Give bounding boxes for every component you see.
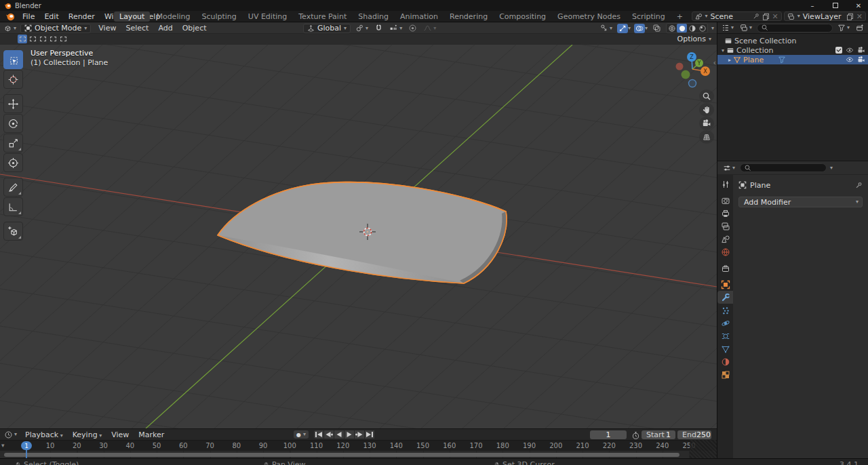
shading-solid-button[interactable] [677,24,687,33]
plane-expand-icon[interactable]: ▸ [728,57,731,63]
tool-transform-button[interactable] [3,153,23,172]
view-layer-selector[interactable]: ▾ ViewLayer ✕ [784,12,866,21]
object-visibility-dropdown[interactable]: ▾ [598,24,614,33]
properties-tab-physics[interactable] [717,317,733,329]
workspace-tab-rendering[interactable]: Rendering [444,12,493,22]
play-reverse-button[interactable] [334,430,344,439]
sidebar-collapse-arrow[interactable]: ‹ [713,58,716,67]
properties-tab-constraints[interactable] [717,329,733,342]
select-mode-extend[interactable] [28,35,37,43]
workspace-tab-sculpting[interactable]: Sculpting [196,12,241,22]
show-overlays-toggle[interactable]: ▾ [634,24,648,33]
view-layer-name[interactable]: ViewLayer [803,12,844,21]
scene-selector[interactable]: ▾ Scene ✕ [692,12,782,21]
properties-tab-collection[interactable] [717,262,733,275]
scene-browse-caret[interactable]: ▾ [705,14,708,19]
snap-toggle-button[interactable] [373,24,384,33]
xray-toggle[interactable] [651,24,663,33]
gizmo-axis-x-neg[interactable] [676,63,684,70]
gizmo-axis-y-neg[interactable] [682,70,690,79]
timeline-menu-keying[interactable]: Keying ▾ [68,430,107,440]
workspace-tab-modeling[interactable]: Modeling [151,12,195,22]
add-modifier-dropdown[interactable]: Add Modifier▾ [738,197,863,207]
workspace-tab-compositing[interactable]: Compositing [494,12,551,22]
timeline-editor-type-button[interactable]: ▾ [3,430,18,439]
workspace-tab-scripting[interactable]: Scripting [627,12,671,22]
menu-edit[interactable]: Edit [39,12,63,22]
tool-scale-button[interactable] [3,134,23,153]
menu-render[interactable]: Render [64,12,100,22]
zoom-button[interactable] [699,89,714,103]
pan-button[interactable] [699,103,714,117]
pivot-point-dropdown[interactable]: ▾ [354,24,370,33]
tool-measure-button[interactable] [3,197,23,216]
tool-select-box-button[interactable] [3,50,23,69]
outliner-filter-collection-button[interactable]: ▾ [738,23,753,33]
frame-start-field[interactable]: Start1 [642,430,675,439]
outliner-row-scene-collection[interactable]: Scene Collection [717,36,868,45]
frame-end-field[interactable]: End250 [677,430,711,439]
outliner-search-input[interactable] [757,24,833,33]
select-mode-set[interactable] [18,35,27,43]
transform-orientation-dropdown[interactable]: Global▾ [303,24,351,33]
timeline-menu-marker[interactable]: Marker [134,430,169,440]
properties-tab-scene[interactable] [717,232,733,245]
properties-tab-object[interactable] [717,278,733,291]
shading-wireframe-button[interactable] [667,24,677,33]
properties-tab-particles[interactable] [717,304,733,317]
blender-menu-icon[interactable] [5,12,15,21]
properties-tab-tool[interactable] [717,178,733,190]
collection-checkbox[interactable] [835,47,842,54]
auto-keying-button[interactable]: ●▾ [294,430,309,439]
orthographic-toggle-button[interactable] [699,130,714,144]
snap-settings-dropdown[interactable]: ▾ [388,24,403,33]
scene-name[interactable]: Scene [711,12,750,21]
mode-dropdown[interactable]: Object Mode▾ [20,24,91,33]
outliner-row-collection[interactable]: ▾ Collection [717,45,868,55]
properties-options-caret[interactable]: ▾ [830,165,833,171]
restore-button[interactable] [831,2,840,9]
properties-tab-render[interactable] [717,194,733,207]
new-scene-icon[interactable] [762,13,770,20]
delete-scene-icon[interactable]: ✕ [772,12,778,21]
tool-add-cube-button[interactable] [3,222,23,241]
select-mode-invert[interactable] [48,35,58,43]
jump-to-start-button[interactable] [314,430,323,439]
properties-tab-material[interactable] [717,355,733,368]
plane-object[interactable] [218,182,507,283]
camera-view-button[interactable] [699,117,714,130]
render-camera-icon[interactable] [857,46,865,54]
timeline-menu-playback[interactable]: Playback ▾ [20,430,68,440]
shading-dropdown-caret[interactable]: ▾ [711,26,714,31]
workspace-tab-geometry-nodes[interactable]: Geometry Nodes [552,12,626,22]
viewport-canvas[interactable]: User Perspective (1) Collection | Plane … [0,45,717,428]
eye-icon[interactable] [846,56,854,64]
render-camera-icon[interactable] [857,56,865,64]
pin-icon[interactable] [753,13,760,20]
tool-move-button[interactable] [3,94,23,113]
viewport-menu-select[interactable]: Select [121,23,153,33]
tool-annotate-button[interactable] [3,178,23,197]
play-button[interactable] [344,430,354,439]
workspace-tab-texture-paint[interactable]: Texture Paint [293,12,352,22]
properties-search-input[interactable] [740,163,827,172]
current-frame-field[interactable]: 1 [590,430,627,439]
viewport-menu-add[interactable]: Add [153,23,177,33]
workspace-tab-layout[interactable]: Layout [114,12,150,22]
properties-tab-object-data[interactable] [717,342,733,355]
playhead-line[interactable] [26,449,27,458]
pin-icon[interactable] [855,182,863,189]
workspace-tab-shading[interactable]: Shading [353,12,394,22]
view-layer-browse-caret[interactable]: ▾ [797,14,800,19]
tool-cursor-button[interactable] [3,70,23,89]
tool-rotate-button[interactable] [3,114,23,133]
remove-view-layer-icon[interactable]: ✕ [856,12,863,21]
properties-tab-world[interactable] [717,245,733,258]
workspace-tab-uv-editing[interactable]: UV Editing [243,12,292,22]
proportional-editing-toggle[interactable] [407,24,418,33]
menu-file[interactable]: File [18,12,39,22]
properties-tab-view-layer[interactable] [717,220,733,232]
properties-editor-type-button[interactable]: ▾ [722,163,736,173]
use-preview-range-button[interactable] [630,430,642,440]
shading-rendered-button[interactable] [697,24,707,33]
